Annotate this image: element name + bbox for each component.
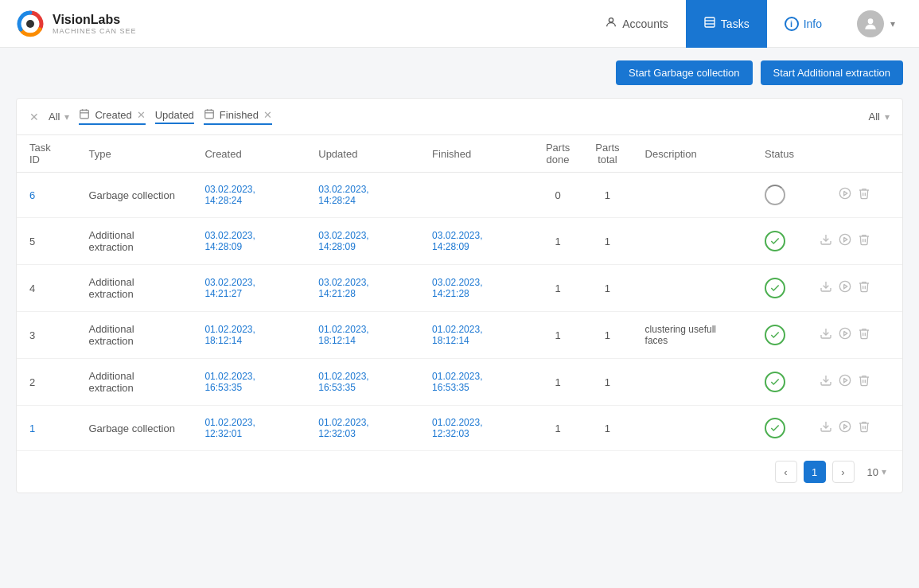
cell-parts-total: 1 [582, 406, 632, 451]
updated-filter[interactable]: Updated [155, 109, 194, 124]
svg-point-21 [839, 328, 850, 338]
svg-point-17 [839, 234, 850, 244]
cell-type: Garbage collection [76, 173, 192, 218]
cell-updated: 01.02.2023, 16:53:35 [306, 359, 419, 406]
svg-point-23 [839, 375, 850, 385]
clear-filter-icon[interactable]: ✕ [29, 111, 39, 123]
task-id-link[interactable]: 6 [29, 189, 35, 201]
updated-filter-label: Updated [155, 109, 194, 121]
svg-rect-7 [80, 110, 89, 119]
created-filter[interactable]: Created ✕ [79, 108, 145, 125]
delete-icon[interactable] [858, 280, 870, 296]
nav-accounts[interactable]: Accounts [587, 0, 686, 48]
delete-icon[interactable] [858, 327, 870, 343]
nav-info[interactable]: i Info [767, 0, 839, 48]
start-extract-button[interactable]: Start Additional extraction [761, 60, 903, 85]
cell-type: Additional extraction [76, 312, 192, 359]
cell-status [752, 312, 807, 359]
cell-description [633, 406, 752, 451]
col-type: Type [76, 135, 192, 173]
cell-status [752, 173, 807, 218]
download-icon[interactable] [820, 374, 832, 390]
cell-actions [807, 312, 902, 359]
play-icon[interactable] [839, 327, 851, 343]
status-filter-label: All [869, 111, 880, 123]
cell-task-id: 4 [17, 265, 76, 312]
page-size-selector[interactable]: 10 ▾ [867, 466, 886, 478]
cell-description [633, 173, 752, 218]
download-icon[interactable] [820, 280, 832, 296]
cell-type: Garbage collection [76, 406, 192, 451]
delete-icon[interactable] [858, 187, 870, 203]
status-loading-icon [765, 185, 785, 205]
delete-icon[interactable] [858, 374, 870, 390]
play-icon[interactable] [839, 280, 851, 296]
cell-description [633, 218, 752, 265]
cell-updated: 03.02.2023, 14:21:28 [306, 265, 419, 312]
toolbar: Start Garbage collection Start Additiona… [0, 48, 919, 98]
cell-finished [419, 173, 533, 218]
cell-actions [807, 359, 902, 406]
cell-updated: 03.02.2023, 14:28:24 [306, 173, 419, 218]
col-description: Description [633, 135, 752, 173]
finished-filter-clear-icon[interactable]: ✕ [263, 109, 272, 121]
page-1-button[interactable]: 1 [804, 461, 826, 483]
download-icon[interactable] [820, 420, 832, 436]
cell-parts-done: 1 [533, 218, 582, 265]
status-filter[interactable]: All ▾ [869, 111, 890, 123]
cell-parts-total: 1 [582, 312, 632, 359]
svg-point-25 [839, 421, 850, 431]
user-menu[interactable]: ▾ [839, 0, 903, 48]
cell-actions [807, 265, 902, 312]
cell-description [633, 359, 752, 406]
cell-status [752, 359, 807, 406]
play-icon[interactable] [839, 233, 851, 249]
cell-parts-total: 1 [582, 173, 632, 218]
task-id-link[interactable]: 1 [29, 423, 35, 434]
status-done-icon [765, 278, 785, 298]
header: VisionLabs MACHINES CAN SEE Accounts Tas… [0, 0, 919, 48]
table-body: 6Garbage collection03.02.2023, 14:28:240… [17, 173, 902, 451]
cell-updated: 01.02.2023, 12:32:03 [306, 406, 419, 451]
nav-info-label: Info [804, 18, 822, 30]
play-icon[interactable] [839, 420, 851, 436]
cell-finished: 01.02.2023, 16:53:35 [419, 359, 533, 406]
svg-rect-11 [205, 110, 214, 119]
delete-icon[interactable] [858, 233, 870, 249]
avatar [857, 10, 884, 37]
cell-type: Additional extraction [76, 265, 192, 312]
status-done-icon [765, 372, 785, 392]
table-row: 1Garbage collection01.02.2023, 12:32:010… [17, 406, 902, 451]
cell-parts-done: 1 [533, 359, 582, 406]
cell-updated: 01.02.2023, 18:12:14 [306, 312, 419, 359]
play-icon[interactable] [839, 187, 851, 203]
col-actions [807, 135, 902, 173]
col-task-id: Task ID [17, 135, 76, 173]
type-filter-label: All [49, 111, 60, 123]
delete-icon[interactable] [858, 420, 870, 436]
created-filter-clear-icon[interactable]: ✕ [137, 109, 146, 121]
cell-parts-done: 1 [533, 265, 582, 312]
cell-type: Additional extraction [76, 218, 192, 265]
user-chevron-icon: ▾ [890, 18, 895, 29]
filter-row: ✕ All ▾ Created ✕ Updated Finished ✕ All… [17, 99, 902, 135]
type-filter[interactable]: All ▾ [49, 111, 69, 123]
prev-page-button[interactable]: ‹ [775, 461, 797, 483]
status-done-icon [765, 325, 785, 345]
cell-finished: 03.02.2023, 14:28:09 [419, 218, 533, 265]
table-container: ✕ All ▾ Created ✕ Updated Finished ✕ All… [16, 98, 903, 493]
logo-area: VisionLabs MACHINES CAN SEE [16, 10, 137, 38]
start-gc-button[interactable]: Start Garbage collection [616, 60, 752, 85]
download-icon[interactable] [820, 233, 832, 249]
cell-created: 01.02.2023, 12:32:01 [192, 406, 306, 451]
cell-parts-done: 0 [533, 173, 582, 218]
finished-filter[interactable]: Finished ✕ [204, 108, 272, 125]
cell-task-id: 2 [17, 359, 76, 406]
cell-status [752, 218, 807, 265]
nav-tasks-label: Tasks [721, 18, 750, 30]
play-icon[interactable] [839, 374, 851, 390]
next-page-button[interactable]: › [832, 461, 855, 483]
download-icon[interactable] [820, 327, 832, 343]
svg-point-1 [26, 20, 34, 28]
nav-tasks[interactable]: Tasks [686, 0, 767, 48]
